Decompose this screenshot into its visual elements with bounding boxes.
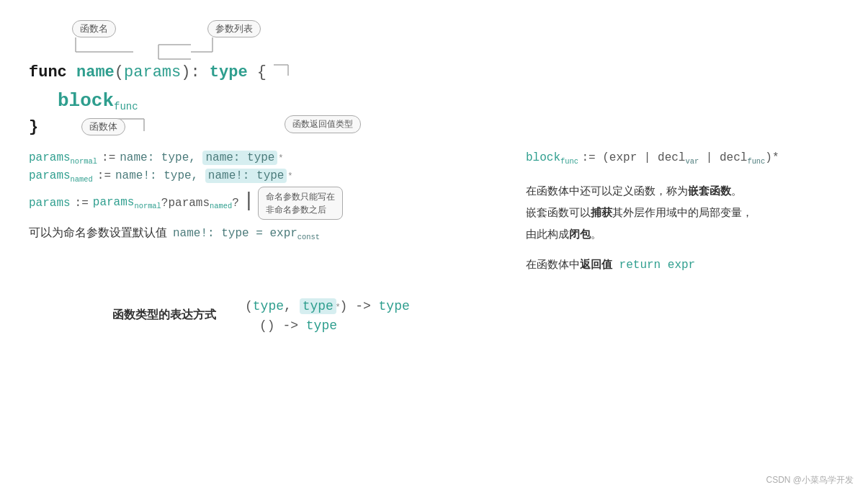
- func-name: name: [67, 63, 115, 81]
- func-type-expressions: ( type , type * ) -> type () -> type: [245, 298, 410, 333]
- expr2-result: type: [306, 318, 337, 333]
- params-normal-star: *: [279, 153, 282, 163]
- right-panel: blockfunc := (expr | declvar | declfunc)…: [511, 151, 839, 277]
- params-general-q1: ?params: [161, 197, 210, 210]
- params-general-normal: paramsnormal: [93, 196, 161, 210]
- expr1-type1: type: [253, 299, 284, 313]
- params-normal-assign: :=: [102, 151, 115, 164]
- expr2-parens: () ->: [259, 318, 306, 333]
- func-type-expr1: ( type , type * ) -> type: [245, 298, 410, 314]
- default-value-code: name!: type = exprconst: [173, 227, 320, 241]
- right-text-line2: 嵌套函数可以捕获其外层作用域中的局部变量，: [526, 202, 839, 223]
- named-param-tooltip: 命名参数只能写在 非命名参数之后: [258, 187, 343, 220]
- params-general-assign: :=: [75, 197, 89, 210]
- func-keyword: func: [29, 63, 67, 81]
- params-named-assign: :=: [97, 169, 111, 182]
- right-block-def: := (expr | declvar | declfunc)*: [581, 151, 779, 164]
- expr1-type2: type: [300, 298, 336, 314]
- params-normal-row: paramsnormal := name: type, name: type *: [29, 151, 511, 166]
- decl-func-sub: func: [747, 157, 765, 166]
- func-close-row: } 函数体: [29, 118, 839, 136]
- params-named-sub: named: [71, 175, 93, 184]
- block-keyword: block: [58, 90, 114, 112]
- params-general-label: params: [29, 197, 71, 210]
- func-return-type: type: [200, 63, 248, 81]
- block-formula-row: blockfunc := (expr | declvar | declfunc)…: [526, 151, 839, 166]
- right-text-line4: 在函数体中返回值 return expr: [526, 254, 839, 277]
- content-panels: paramsnormal := name: type, name: type *…: [29, 151, 839, 277]
- params-general-pipe-container: | 命名参数只能写在 非命名参数之后: [246, 187, 343, 220]
- right-text-block: 在函数体中还可以定义函数，称为嵌套函数。 嵌套函数可以捕获其外层作用域中的局部变…: [526, 180, 839, 277]
- func-type-label: 函数类型的表达方式: [112, 308, 216, 323]
- tooltip-line2: 非命名参数之后: [266, 203, 335, 216]
- params-normal-label: paramsnormal: [29, 151, 97, 166]
- func-params-close: ):: [181, 63, 200, 81]
- expr1-open: (: [245, 299, 253, 313]
- func-type-expr2: () -> type: [245, 318, 410, 333]
- params-named-star: *: [288, 171, 292, 181]
- params-general-normal-sub: normal: [134, 202, 161, 210]
- expr1-result: type: [379, 299, 410, 313]
- right-text-line1: 在函数体中还可以定义函数，称为嵌套函数。: [526, 180, 839, 202]
- func-brace-open: {: [248, 63, 267, 81]
- annotation-row: 函数名 参数列表: [29, 14, 839, 54]
- func-type-section: 函数类型的表达方式 ( type , type * ) -> type () -…: [29, 298, 839, 333]
- func-body-bubble: 函数体: [81, 118, 125, 135]
- func-body-line: blockfunc: [29, 86, 839, 117]
- default-value-row: 可以为命名参数设置默认值 name!: type = exprconst: [29, 226, 511, 241]
- params-named-label: paramsnamed: [29, 169, 93, 184]
- right-block-keyword: blockfunc: [526, 151, 578, 164]
- params-named-highlight: name!: type: [205, 169, 287, 183]
- right-text-line3: 由此构成闭包。: [526, 223, 839, 245]
- expr1-comma: ,: [284, 299, 300, 313]
- func-code-line: func name(params): type { 函数返回值类型: [29, 60, 839, 85]
- close-brace: }: [29, 118, 38, 136]
- block-sub: func: [114, 102, 138, 113]
- params-normal-sub: normal: [71, 157, 97, 166]
- params-general-row: params := paramsnormal ?params named ? |…: [29, 187, 511, 220]
- params-named-def: name!: type,: [115, 169, 205, 182]
- func-params-open: (: [115, 63, 124, 81]
- params-general-q2: ?: [232, 197, 239, 210]
- params-list-bubble: 参数列表: [207, 20, 261, 37]
- main-container: 函数名 参数列表 func name(params): type { 函数返回值…: [0, 0, 868, 495]
- params-general-named: named: [210, 196, 232, 210]
- expr1-close: ) ->: [340, 299, 379, 313]
- func-type-label-container: 函数类型的表达方式: [29, 308, 216, 323]
- default-value-prefix: 可以为命名参数设置默认值: [29, 226, 167, 241]
- left-panel: paramsnormal := name: type, name: type *…: [29, 151, 511, 277]
- return-code: return expr: [612, 259, 695, 272]
- params-general-named-sub: named: [210, 202, 232, 210]
- decl-var-sub: var: [685, 157, 699, 166]
- pipe-symbol: |: [246, 188, 251, 210]
- params-normal-highlight: name: type: [202, 151, 277, 165]
- expr-sub: const: [297, 233, 320, 241]
- watermark: CSDN @小菜鸟学开发: [766, 474, 854, 486]
- func-params: params: [124, 63, 181, 81]
- func-declaration-area: func name(params): type { 函数返回值类型 blockf…: [29, 60, 839, 136]
- params-named-row: paramsnamed := name!: type, name!: type …: [29, 169, 511, 184]
- func-name-bubble: 函数名: [72, 20, 116, 37]
- tooltip-line1: 命名参数只能写在: [266, 190, 335, 203]
- right-block-sub: func: [560, 157, 578, 166]
- params-normal-def: name: type,: [120, 151, 202, 164]
